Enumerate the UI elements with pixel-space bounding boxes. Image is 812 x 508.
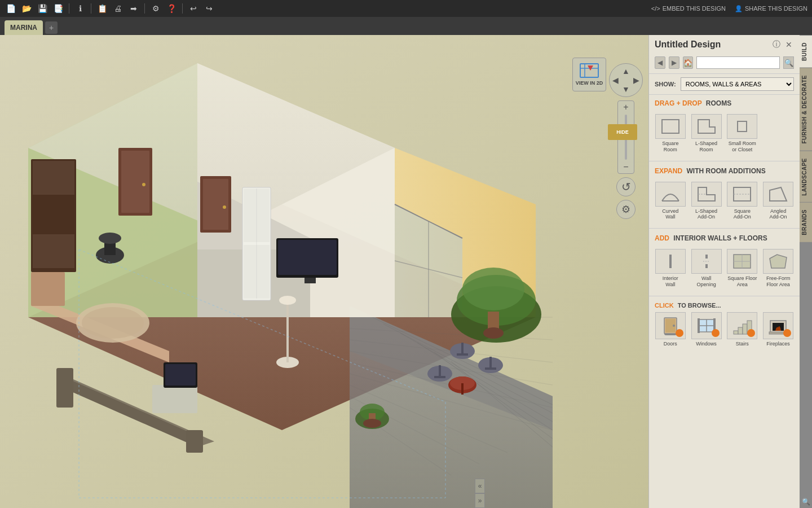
svg-rect-93: [738, 121, 747, 132]
l-addon-item[interactable]: L-ShapedAdd-On: [690, 179, 723, 223]
stairs-browse-item[interactable]: Stairs: [726, 312, 760, 347]
settings-icon[interactable]: ⚙: [149, 2, 162, 15]
side-tabs: BUILD FURNISH & DECORATE LANDSCAPE BRAND…: [800, 35, 812, 508]
build-tab[interactable]: BUILD: [800, 35, 812, 68]
svg-rect-66: [461, 343, 464, 354]
panel-title: Untitled Design: [655, 40, 721, 50]
share-icon: 👤: [735, 5, 743, 12]
show-row: SHOW: ROOMS, WALLS & AREAS FLOORS CEILIN…: [649, 74, 800, 95]
panel-search-input[interactable]: [696, 56, 780, 69]
panel-collapse-controls: « »: [475, 479, 485, 508]
fireplaces-browse-item[interactable]: Fireplaces: [761, 312, 795, 347]
interior-normal: INTERIOR WALLS + FLOORS: [673, 234, 767, 242]
l-addon-icon-box: [691, 182, 722, 207]
embed-label: EMBED THIS DESIGN: [663, 5, 726, 12]
square-floor-item[interactable]: Square FloorArea: [726, 247, 760, 290]
square-floor-icon-box: [727, 249, 757, 274]
new-file-icon[interactable]: 📄: [5, 2, 17, 15]
svg-rect-36: [33, 161, 74, 195]
doors-browse-item[interactable]: Doors: [654, 312, 687, 347]
right-panel: Untitled Design ⓘ ✕ ◀ ▶ 🏠 🔍 SHOW: ROOMS,…: [648, 35, 812, 508]
square-addon-item[interactable]: SquareAdd-On: [726, 179, 760, 223]
svg-rect-29: [203, 179, 228, 230]
tabsbar: MARINA +: [0, 17, 812, 35]
svg-rect-67: [457, 353, 468, 356]
rooms-grid: SquareRoom L-ShapedRoom: [649, 110, 800, 160]
view-2d-button[interactable]: VIEW IN 2D: [572, 58, 606, 91]
embed-button[interactable]: </> EMBED THIS DESIGN: [651, 5, 726, 12]
drag-highlight: DRAG + DROP: [655, 99, 701, 107]
interior-wall-label: InteriorWall: [663, 275, 678, 288]
small-room-label: Small Roomor Closet: [729, 141, 756, 153]
pan-left-button[interactable]: ◀: [612, 76, 619, 85]
undo-icon[interactable]: ↩: [187, 2, 200, 15]
save-as-icon[interactable]: 📑: [52, 2, 64, 15]
square-room-icon-box: [655, 114, 686, 139]
zoom-in-button[interactable]: +: [618, 101, 634, 113]
panel-content: Untitled Design ⓘ ✕ ◀ ▶ 🏠 🔍 SHOW: ROOMS,…: [649, 35, 800, 508]
hide-button[interactable]: HIDE: [608, 124, 637, 140]
panel-forward-button[interactable]: ▶: [669, 56, 679, 69]
add-tab-button[interactable]: +: [45, 21, 58, 34]
svg-marker-107: [770, 255, 787, 268]
brands-tab[interactable]: BRANDS: [800, 202, 812, 242]
tab-marina[interactable]: MARINA: [5, 20, 43, 35]
l-shaped-room-icon-box: [691, 114, 722, 139]
interior-wall-item[interactable]: InteriorWall: [654, 247, 687, 290]
freeform-floor-item[interactable]: Free-FormFloor Area: [761, 247, 795, 290]
close-panel-button[interactable]: ✕: [784, 40, 794, 50]
svg-marker-99: [770, 187, 787, 201]
panel-header: ◀ ▶ 🏠 🔍: [649, 52, 800, 74]
l-shaped-room-item[interactable]: L-ShapedRoom: [690, 112, 723, 155]
small-room-icon-box: [727, 114, 757, 139]
svg-marker-92: [698, 120, 715, 133]
panel-back-button[interactable]: ◀: [655, 56, 665, 69]
svg-rect-91: [662, 120, 679, 133]
info-icon[interactable]: ℹ: [74, 2, 86, 15]
pan-up-button[interactable]: ▲: [622, 67, 630, 76]
settings-nav-button[interactable]: ⚙: [616, 200, 636, 219]
l-addon-label: L-ShapedAdd-On: [695, 208, 717, 221]
svg-point-30: [223, 205, 226, 209]
save-icon[interactable]: 💾: [36, 2, 48, 15]
canvas[interactable]: VIEW IN 2D ▲ ▼ ◀ ▶ + − ↺ ⚙ HIDE: [0, 35, 648, 508]
rotate-button[interactable]: ↺: [616, 177, 636, 196]
pan-right-button[interactable]: ▶: [633, 76, 639, 85]
redo-icon[interactable]: ↪: [203, 2, 215, 15]
export-icon[interactable]: ➡: [127, 2, 140, 15]
landscape-tab[interactable]: LANDSCAPE: [800, 151, 812, 203]
small-room-item[interactable]: Small Roomor Closet: [726, 112, 760, 155]
pan-down-button[interactable]: ▼: [622, 85, 630, 94]
curved-wall-item[interactable]: CurvedWall: [654, 179, 687, 223]
panel-search-button[interactable]: 🔍: [783, 56, 794, 69]
svg-rect-83: [165, 364, 196, 386]
print-icon[interactable]: 🖨: [112, 2, 124, 15]
list-icon[interactable]: 📋: [96, 2, 108, 15]
separator-4: [182, 3, 183, 14]
panel-collapse-down-button[interactable]: »: [475, 493, 485, 508]
drag-normal: ROOMS: [706, 99, 731, 107]
interior-section-title: ADD INTERIOR WALLS + FLOORS: [649, 230, 800, 244]
fireplaces-badge: [783, 329, 791, 337]
show-select[interactable]: ROOMS, WALLS & AREAS FLOORS CEILINGS: [681, 77, 794, 91]
panel-home-button[interactable]: 🏠: [683, 56, 694, 69]
furnish-tab[interactable]: FURNISH & DECORATE: [800, 68, 812, 151]
share-button[interactable]: 👤 SHARE THIS DESIGN: [735, 5, 807, 12]
square-room-item[interactable]: SquareRoom: [654, 112, 687, 155]
windows-browse-item[interactable]: Windows: [690, 312, 723, 347]
help-icon[interactable]: ❓: [165, 2, 178, 15]
wall-opening-item[interactable]: WallOpening: [690, 247, 723, 290]
tab-marina-label: MARINA: [10, 24, 37, 32]
info-icon-panel[interactable]: ⓘ: [771, 40, 782, 50]
open-icon[interactable]: 📂: [20, 2, 33, 15]
panel-collapse-up-button[interactable]: «: [475, 479, 485, 493]
topbar-left: 📄 📂 💾 📑 ℹ 📋 🖨 ➡ ⚙ ❓ ↩ ↪: [5, 2, 215, 15]
scene-svg: [0, 35, 648, 508]
svg-rect-73: [434, 376, 445, 378]
svg-rect-69: [489, 357, 492, 368]
separator-2: [91, 3, 91, 14]
angled-addon-item[interactable]: AngledAdd-On: [761, 179, 795, 223]
panel-search-tab[interactable]: 🔍: [800, 496, 812, 508]
stairs-label: Stairs: [736, 341, 749, 347]
zoom-out-button[interactable]: −: [618, 161, 634, 173]
